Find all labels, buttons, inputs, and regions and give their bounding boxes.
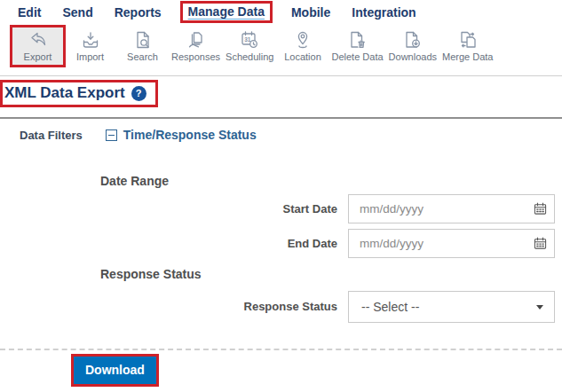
start-date-field-wrap: [348, 194, 555, 223]
download-button[interactable]: Download: [74, 357, 156, 384]
end-date-field-wrap: [348, 229, 555, 258]
toolbar-item-label: Scheduling: [226, 51, 273, 62]
response-status-heading: Response Status: [100, 267, 202, 281]
manage-data-toolbar: Export Import: [0, 25, 562, 76]
toolbar-item-label: Downloads: [389, 51, 437, 62]
end-date-input[interactable]: [348, 229, 555, 258]
top-nav: Edit Send Reports Manage Data Mobile Int…: [0, 0, 562, 24]
download-annotation: Download: [74, 357, 156, 384]
bottom-dashed-divider: [0, 349, 562, 350]
help-icon[interactable]: ?: [131, 86, 146, 101]
chevron-down-icon: [536, 305, 543, 310]
toolbar-item-label: Export: [24, 51, 52, 62]
toolbar-item-delete-data[interactable]: Delete Data: [329, 27, 384, 65]
start-date-label: Start Date: [204, 202, 337, 216]
nav-item-edit[interactable]: Edit: [18, 5, 41, 20]
response-status-select[interactable]: -- Select --: [348, 291, 555, 323]
downloads-icon: [400, 29, 425, 51]
scheduling-calendar-number: 31: [244, 36, 251, 43]
toolbar-item-export[interactable]: Export: [12, 27, 63, 65]
nav-item-integration[interactable]: Integration: [352, 5, 416, 20]
nav-item-send[interactable]: Send: [62, 5, 92, 20]
response-status-label: Response Status: [204, 300, 337, 313]
calendar-icon[interactable]: [534, 237, 547, 254]
toolbar-item-label: Search: [127, 51, 158, 62]
export-icon: [26, 29, 51, 51]
page-title: XML Data Export: [4, 84, 125, 102]
start-date-input[interactable]: [348, 194, 555, 223]
location-icon: [290, 29, 315, 51]
page-title-annotation: XML Data Export ?: [3, 82, 155, 105]
toolbar-item-scheduling[interactable]: 31 Scheduling: [224, 27, 275, 65]
response-status-selected-value: -- Select --: [361, 300, 536, 314]
import-icon: [78, 29, 103, 51]
data-filters-label: Data Filters: [20, 129, 83, 142]
toolbar-item-location[interactable]: Location: [277, 27, 328, 65]
scheduling-icon: 31: [237, 29, 262, 51]
nav-item-reports[interactable]: Reports: [115, 5, 162, 20]
toolbar-item-label: Location: [284, 51, 321, 62]
toolbar-item-merge-data[interactable]: Merge Data: [440, 27, 495, 65]
toolbar-item-label: Responses: [171, 51, 220, 62]
nav-item-manage-data-label: Manage Data: [188, 4, 265, 19]
responses-icon: [184, 29, 209, 51]
merge-data-icon: [455, 29, 480, 51]
calendar-icon[interactable]: [534, 202, 547, 219]
toolbar-item-label: Merge Data: [442, 51, 493, 62]
search-icon: [131, 29, 155, 51]
toolbar-item-label: Import: [76, 51, 104, 62]
end-date-label: End Date: [204, 237, 337, 250]
toolbar-item-import[interactable]: Import: [65, 27, 115, 65]
xml-data-export-page: Edit Send Reports Manage Data Mobile Int…: [0, 0, 562, 392]
toolbar-item-label: Delete Data: [331, 51, 383, 62]
filter-group-time-response-status[interactable]: Time/Response Status: [106, 128, 257, 142]
date-range-heading: Date Range: [100, 174, 169, 188]
title-divider: [0, 117, 562, 119]
toolbar-item-responses[interactable]: Responses: [170, 27, 222, 65]
filter-group-label: Time/Response Status: [123, 128, 257, 142]
collapse-minus-icon[interactable]: [106, 129, 117, 141]
nav-item-mobile[interactable]: Mobile: [291, 5, 330, 20]
toolbar-item-downloads[interactable]: Downloads: [387, 27, 439, 65]
delete-data-icon: [345, 29, 370, 51]
toolbar-item-search[interactable]: Search: [117, 27, 168, 65]
data-filters-row: Data Filters Time/Response Status: [20, 128, 257, 142]
nav-item-manage-data[interactable]: Manage Data: [183, 4, 270, 20]
